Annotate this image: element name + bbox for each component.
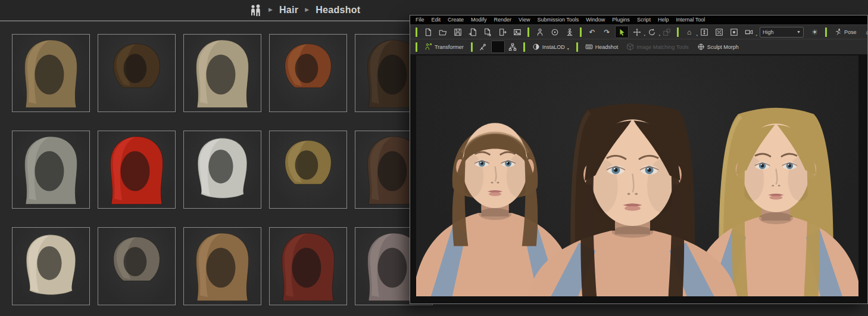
motion-icon[interactable] xyxy=(548,26,561,38)
transformer-button-label: Transformer xyxy=(435,44,464,50)
breadcrumb-separator-icon: ▶ xyxy=(305,7,309,13)
save-icon[interactable] xyxy=(451,26,464,38)
main-toolbar: ↶↷▾▾⌂▾▾High▼☀Pose☼AtmosphereConformModif… xyxy=(410,24,867,39)
menu-item-internal-tool[interactable]: Internal Tool xyxy=(672,16,708,24)
rotate-tool[interactable]: ▾ xyxy=(645,26,658,38)
head-model-center xyxy=(528,104,737,296)
hair-thumbnail-silver-bob[interactable] xyxy=(183,131,261,209)
menu-item-file[interactable]: File xyxy=(412,16,428,24)
sculpt-morph-button[interactable]: Sculpt Morph xyxy=(697,43,739,51)
instalod-button-label: InstaLOD xyxy=(542,44,565,50)
hair-thumbnail-darkbrown-tied[interactable] xyxy=(98,34,176,112)
pose-edit-active[interactable] xyxy=(491,41,505,53)
hair-thumbnail-red-long[interactable] xyxy=(98,131,176,209)
pose-button[interactable]: Pose xyxy=(834,28,857,36)
hair-thumbnail-sandy-long[interactable] xyxy=(12,34,90,112)
instalod-button[interactable]: InstaLOD▾ xyxy=(532,43,569,51)
dropdown-caret-icon: ▾ xyxy=(567,47,569,51)
toolbar-separator xyxy=(416,27,417,37)
tools-toolbar: TransformerInstaLOD▾HeadshotImage Matchi… xyxy=(410,39,867,54)
menu-item-plugins[interactable]: Plugins xyxy=(608,16,633,24)
toolbar-separator xyxy=(527,27,529,37)
image-icon[interactable] xyxy=(510,26,524,38)
home-icon[interactable]: ⌂▾ xyxy=(682,26,696,38)
fit-vertical-icon[interactable] xyxy=(697,26,711,38)
headshot-button-label: Headshot xyxy=(595,44,619,50)
hair-thumbnail-khaki-short[interactable] xyxy=(269,131,347,209)
light-icon[interactable]: ☀ xyxy=(808,26,822,38)
menu-bar: FileEditCreateModifyRenderViewSubmission… xyxy=(410,16,867,24)
cube-icon xyxy=(626,43,634,51)
toolbar-separator xyxy=(416,42,417,52)
move-tool[interactable]: ▾ xyxy=(630,26,644,38)
hair-thumbnail-gray-long[interactable] xyxy=(12,131,90,209)
instalod-icon xyxy=(532,43,540,51)
fit-all-icon[interactable] xyxy=(712,26,726,38)
toolbar-separator xyxy=(825,27,827,37)
toolbar-separator xyxy=(576,42,578,52)
sphere-icon xyxy=(697,43,705,51)
menu-item-create[interactable]: Create xyxy=(444,16,467,24)
image-matching-button[interactable]: Image Matching Tools xyxy=(626,43,688,51)
viewport-frame xyxy=(410,54,867,303)
menu-item-help[interactable]: Help xyxy=(654,16,673,24)
menu-item-script[interactable]: Script xyxy=(633,16,654,24)
character-creator-window: FileEditCreateModifyRenderViewSubmission… xyxy=(410,15,868,304)
character-icon[interactable] xyxy=(533,26,547,38)
headshot-icon xyxy=(585,43,593,51)
send-to-icon[interactable] xyxy=(495,26,509,38)
screen: ▶ Hair ▶ Headshot FileEditCreateModifyRe… xyxy=(0,0,868,316)
atmosphere-button[interactable]: ☼Atmosphere xyxy=(865,29,868,36)
people-icon xyxy=(249,4,262,17)
pose-button-label: Pose xyxy=(844,29,857,35)
hair-thumbnail-maroon-long[interactable] xyxy=(269,227,347,305)
runner-icon xyxy=(834,28,842,36)
breadcrumb-separator-icon: ▶ xyxy=(268,7,273,13)
dropdown-caret-icon: ▾ xyxy=(755,33,757,37)
toolbar-separator xyxy=(523,42,525,52)
menu-item-window[interactable]: Window xyxy=(582,16,608,24)
menu-item-render[interactable]: Render xyxy=(491,16,516,24)
headshot-button[interactable]: Headshot xyxy=(585,43,619,51)
select-tool[interactable] xyxy=(615,26,629,38)
toolbar-separator xyxy=(471,42,473,52)
hair-thumbnail-platinum-bob[interactable] xyxy=(12,227,90,305)
glyph-icon: ☼ xyxy=(865,29,868,36)
menu-item-edit[interactable]: Edit xyxy=(428,16,445,24)
menu-item-view[interactable]: View xyxy=(515,16,533,24)
breadcrumb-item-headshot[interactable]: Headshot xyxy=(316,5,360,16)
pose-marker-icon[interactable] xyxy=(563,26,576,38)
hair-thumbnail-auburn-short[interactable] xyxy=(269,34,347,112)
transformer-button[interactable]: Transformer xyxy=(424,43,464,51)
breadcrumb-item-hair[interactable]: Hair xyxy=(279,5,298,16)
hair-thumbnail-ltbrown-long[interactable] xyxy=(183,227,261,305)
dropdown-caret-icon: ▼ xyxy=(797,30,801,34)
open-folder-icon[interactable] xyxy=(436,26,449,38)
export-file-icon[interactable] xyxy=(480,26,494,38)
toolbar-separator xyxy=(580,27,582,37)
import-file-icon[interactable] xyxy=(466,26,479,38)
image-matching-button-label: Image Matching Tools xyxy=(636,44,688,50)
sculpt-morph-button-label: Sculpt Morph xyxy=(707,44,739,50)
undo-icon[interactable]: ↶ xyxy=(585,26,599,38)
hair-thumbnail-pale-long[interactable] xyxy=(183,34,261,112)
toolbar-separator xyxy=(677,27,679,37)
menu-item-modify[interactable]: Modify xyxy=(467,16,491,24)
hair-thumbnail-graybrown-short[interactable] xyxy=(98,227,176,305)
scale-tool[interactable] xyxy=(660,26,673,38)
viewport-canvas[interactable] xyxy=(416,55,858,296)
transformer-icon xyxy=(424,43,432,51)
quality-dropdown[interactable]: High▼ xyxy=(760,27,804,38)
hierarchy-icon[interactable] xyxy=(506,41,520,53)
pose-edit-icon[interactable] xyxy=(476,41,490,53)
quality-value: High xyxy=(763,29,774,35)
hair-thumbnail-grid xyxy=(0,23,441,316)
redo-icon[interactable]: ↷ xyxy=(600,26,614,38)
menu-item-submission-tools[interactable]: Submission Tools xyxy=(533,16,582,24)
camera-multi-icon[interactable]: ▾ xyxy=(742,26,755,38)
new-file-icon[interactable] xyxy=(421,26,435,38)
fit-selected-icon[interactable] xyxy=(727,26,741,38)
